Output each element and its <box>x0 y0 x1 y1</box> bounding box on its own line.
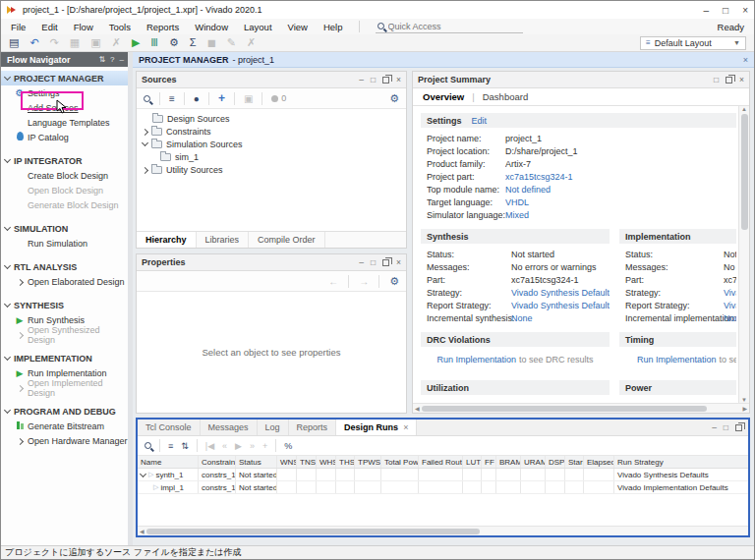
chevron-right-icon[interactable] <box>142 166 148 173</box>
tab-messages[interactable]: Messages <box>201 420 258 435</box>
run-implementation-link[interactable]: Run Implementation <box>637 355 717 364</box>
col-ths[interactable]: THS <box>336 456 355 468</box>
menu-file[interactable]: File <box>11 22 26 32</box>
close-icon[interactable]: × <box>743 55 748 65</box>
maximize-icon[interactable]: □ <box>371 257 376 267</box>
flow-section-synthesis[interactable]: SYNTHESIS <box>1 298 128 312</box>
strategy-link[interactable]: Vivado Implementation Defaults <box>724 288 736 298</box>
chevron-down-icon[interactable] <box>140 470 146 476</box>
maximize-icon[interactable]: □ <box>724 422 728 432</box>
project-part-link[interactable]: xc7a15tcsg324-1 <box>505 172 730 182</box>
tree-item-sim-1[interactable]: sim_1 <box>137 150 406 163</box>
minimize-icon[interactable]: – <box>359 257 364 267</box>
gear-icon[interactable]: ⚙ <box>389 92 399 105</box>
col-name[interactable]: Name <box>138 456 199 468</box>
tree-item-constraints[interactable]: Constraints <box>137 125 406 138</box>
window-minimize-button[interactable]: – <box>704 5 710 16</box>
tab-overview[interactable]: Overview <box>423 91 464 102</box>
col-wns[interactable]: WNS <box>277 456 297 468</box>
tab-libraries[interactable]: Libraries <box>197 232 250 248</box>
sidebar-item-generate-bitstream[interactable]: Generate Bitstream <box>1 419 128 433</box>
flow-section-program-and-debug[interactable]: PROGRAM AND DEBUG <box>1 404 128 419</box>
float-icon[interactable] <box>735 424 742 431</box>
close-icon[interactable]: × <box>396 257 401 267</box>
close-icon[interactable]: × <box>396 75 401 84</box>
sources-title-bar[interactable]: Sources – □ × <box>137 72 406 88</box>
flow-section-rtl-analysis[interactable]: RTL ANALYSIS <box>1 259 128 274</box>
scroll-right-icon[interactable]: ▶ <box>742 405 747 412</box>
minimize-icon[interactable]: – <box>712 422 717 432</box>
search-icon[interactable] <box>144 95 150 102</box>
col-run-strategy[interactable]: Run Strategy <box>614 456 748 468</box>
col-failed-routes[interactable]: Failed Routes <box>419 456 463 468</box>
run-implementation-link[interactable]: Run Implementation <box>436 355 516 364</box>
col-tns[interactable]: TNS <box>297 456 317 468</box>
undo-icon[interactable]: ↶ <box>29 37 38 48</box>
col-tpws[interactable]: TPWS <box>355 456 381 468</box>
sidebar-item-run-simulation[interactable]: Run Simulation <box>1 236 128 251</box>
add-sources-icon[interactable]: + <box>218 91 225 105</box>
maximize-icon[interactable]: □ <box>371 75 376 84</box>
incremental-link[interactable]: None <box>724 313 736 323</box>
sidebar-item-language-templates[interactable]: Language Templates <box>1 115 128 130</box>
menu-tools[interactable]: Tools <box>109 22 131 32</box>
sidebar-item-open-hardware-manager[interactable]: Open Hardware Manager <box>1 433 128 448</box>
help-icon[interactable]: ? <box>110 55 114 64</box>
tab-hierarchy[interactable]: Hierarchy <box>137 232 197 248</box>
sidebar-item-ip-catalog[interactable]: IP Catalog <box>1 130 128 144</box>
col-status[interactable]: Status <box>236 456 277 468</box>
sidebar-item-create-block-design[interactable]: Create Block Design <box>1 168 128 183</box>
run-icon[interactable]: ▶ <box>132 37 140 48</box>
col-uram[interactable]: URAM <box>521 456 546 468</box>
expand-all-icon[interactable]: ≡ <box>169 93 175 104</box>
sidebar-item-open-elaborated-design[interactable]: Open Elaborated Design <box>1 274 128 289</box>
table-row-synth-1[interactable]: ▷ synth_1 constrs_1 Not started Vivado S… <box>138 469 748 481</box>
collapse-all-icon[interactable]: ⇅ <box>181 441 189 451</box>
window-close-button[interactable]: × <box>742 5 748 16</box>
project-summary-title-bar[interactable]: Project Summary □ × <box>413 72 749 88</box>
flow-section-ip-integrator[interactable]: IP INTEGRATOR <box>1 153 128 168</box>
menu-view[interactable]: View <box>288 22 308 32</box>
vertical-scrollbar[interactable]: ▲ ▼ <box>738 106 749 403</box>
flow-section-implementation[interactable]: IMPLEMENTATION <box>1 351 128 365</box>
chevron-down-icon[interactable] <box>142 140 148 146</box>
scroll-left-icon[interactable]: ◀ <box>415 405 420 412</box>
minimize-icon[interactable]: – <box>120 55 124 64</box>
tab-tcl-console[interactable]: Tcl Console <box>138 420 201 435</box>
tree-item-utility-sources[interactable]: Utility Sources <box>137 163 406 176</box>
report-strategy-link[interactable]: Vivado Implementation Default Reports <box>724 301 736 310</box>
flow-steps-icon[interactable]: Ⅲ <box>150 37 158 48</box>
quick-access-box[interactable] <box>376 21 523 33</box>
tree-item-simulation-sources[interactable]: Simulation Sources <box>137 138 406 150</box>
horizontal-scrollbar[interactable]: ◀ <box>138 526 748 535</box>
percent-icon[interactable]: % <box>284 441 292 451</box>
simulator-language-link[interactable]: Mixed <box>505 210 730 220</box>
maximize-icon[interactable]: □ <box>714 75 719 84</box>
col-start[interactable]: Start <box>565 456 584 468</box>
chevron-right-icon[interactable] <box>142 128 148 135</box>
flow-section-simulation[interactable]: SIMULATION <box>1 221 128 236</box>
sidebar-item-add-sources[interactable]: Add Sources <box>1 100 128 115</box>
properties-title-bar[interactable]: Properties – □ × <box>137 254 406 271</box>
menu-flow[interactable]: Flow <box>74 22 93 32</box>
col-constraints[interactable]: Constraints <box>199 456 236 468</box>
col-bram[interactable]: BRAM <box>496 456 521 468</box>
col-lut[interactable]: LUT <box>463 456 482 468</box>
float-icon[interactable] <box>726 77 732 84</box>
sidebar-item-settings[interactable]: ⚙ Settings <box>1 85 128 100</box>
window-maximize-button[interactable]: □ <box>723 5 728 16</box>
scroll-to-icon[interactable]: ● <box>194 93 200 104</box>
float-icon[interactable] <box>382 77 389 84</box>
gear-icon[interactable]: ⚙ <box>169 37 179 48</box>
menu-window[interactable]: Window <box>195 22 228 32</box>
col-whs[interactable]: WHS <box>317 456 336 468</box>
tree-item-design-sources[interactable]: Design Sources <box>137 112 406 125</box>
tab-compile-order[interactable]: Compile Order <box>249 232 325 248</box>
menu-help[interactable]: Help <box>323 22 343 32</box>
expand-all-icon[interactable]: ≡ <box>168 441 173 451</box>
scrollbar-thumb[interactable] <box>146 529 480 534</box>
strategy-link[interactable]: Vivado Synthesis Defaults <box>511 288 610 298</box>
tab-log[interactable]: Log <box>258 420 289 435</box>
menu-edit[interactable]: Edit <box>41 22 57 32</box>
scroll-left-icon[interactable]: ◀ <box>140 528 145 534</box>
